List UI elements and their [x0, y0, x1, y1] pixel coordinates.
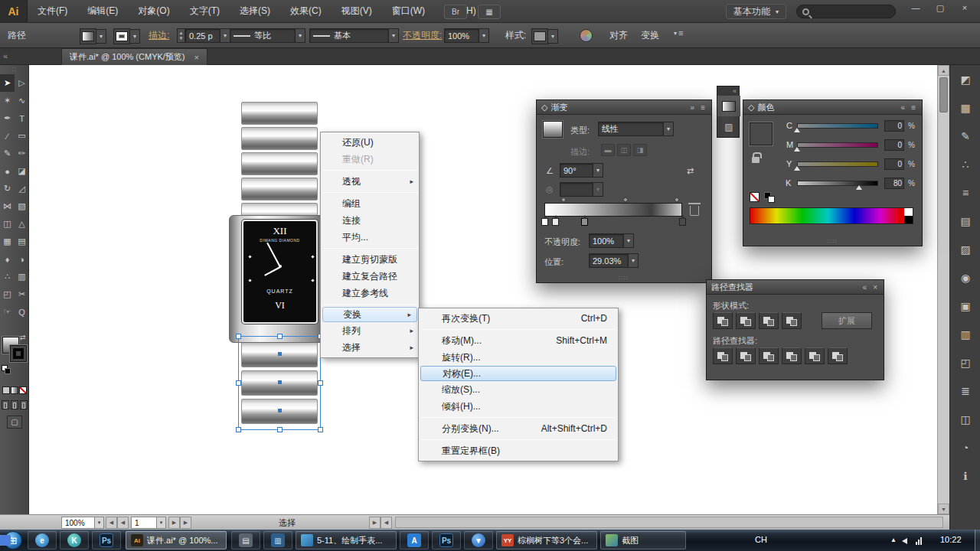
chevron-down-icon[interactable]: ▾: [389, 28, 399, 43]
context-menu-item-select[interactable]: 选择▸: [321, 339, 419, 356]
scale-tool[interactable]: ◿: [15, 180, 29, 197]
channel-c-thumb[interactable]: [794, 128, 800, 132]
context-menu-item-transform[interactable]: 变换▸: [322, 307, 417, 322]
brush-definition-dropdown[interactable]: 基本 ▾: [309, 28, 399, 43]
channel-y-slider[interactable]: [797, 161, 878, 167]
context-menu-item-make-clipping-mask[interactable]: 建立剪切蒙版: [321, 251, 419, 268]
menu-window[interactable]: 窗口(W): [382, 0, 435, 22]
lasso-tool[interactable]: ∿: [15, 92, 29, 109]
chevron-down-icon[interactable]: ▾: [130, 29, 140, 44]
gradient-mode-button[interactable]: [11, 386, 18, 394]
show-hidden-icons[interactable]: ▲: [890, 536, 897, 543]
pathfinder-panel-header[interactable]: 路径查找器 « ×: [707, 280, 884, 295]
align-panel-icon[interactable]: ≣: [950, 377, 980, 405]
chevron-down-icon[interactable]: ▾: [664, 122, 674, 136]
none-mode-button[interactable]: [19, 386, 27, 394]
channel-y-value[interactable]: 0: [884, 158, 904, 170]
collapse-arrows-icon[interactable]: «: [861, 283, 869, 292]
none-swatch[interactable]: [750, 192, 760, 202]
volume-icon[interactable]: [902, 538, 907, 544]
swatches-panel-icon[interactable]: ▦: [950, 93, 980, 122]
menu-select[interactable]: 选择(S): [230, 0, 280, 22]
document-tab[interactable]: 课件.ai* @ 100% (CMYK/预览) ×: [61, 48, 207, 65]
magic-wand-tool[interactable]: ✶: [0, 92, 15, 109]
stroke-swatch-dropdown[interactable]: ▾: [113, 28, 140, 44]
channel-k-slider[interactable]: [797, 181, 878, 186]
collapse-arrows-icon[interactable]: «: [900, 103, 907, 112]
intersect-button[interactable]: [759, 312, 779, 329]
gradient-midpoint[interactable]: [674, 197, 680, 203]
anchor-point[interactable]: [278, 352, 282, 356]
gradient-stop[interactable]: [541, 218, 548, 226]
channel-c-value[interactable]: 0: [884, 120, 904, 132]
toolbar-drag-handle[interactable]: ⁚⁚: [0, 65, 28, 73]
white-swatch[interactable]: [768, 196, 775, 203]
close-button[interactable]: ×: [952, 0, 977, 15]
selection-bounding-box[interactable]: [238, 336, 321, 430]
stroke-across-icon[interactable]: ◨: [633, 144, 647, 156]
gradient-preview-swatch[interactable]: [543, 121, 563, 138]
gradient-tool[interactable]: ▤: [15, 233, 29, 250]
stroke-weight-link[interactable]: 描边:: [149, 28, 169, 43]
spectrum-black-swatch[interactable]: [904, 216, 913, 223]
stroke-weight-value[interactable]: 0.25 p: [185, 28, 220, 43]
channel-k-value[interactable]: 80: [884, 178, 904, 189]
stroke-within-icon[interactable]: ▬: [601, 144, 615, 156]
gradient-stop[interactable]: [679, 218, 686, 226]
submenu-item-shear[interactable]: 倾斜(H)...: [419, 398, 618, 415]
color-spectrum-bar[interactable]: [750, 207, 913, 224]
stroke-weight-control[interactable]: ▲▼ 0.25 p ▾: [177, 28, 230, 43]
menu-object[interactable]: 对象(O): [128, 0, 179, 22]
width-profile-dropdown[interactable]: 等比 ▾: [230, 28, 305, 43]
menu-view[interactable]: 视图(V): [332, 0, 382, 22]
type-tool[interactable]: T: [15, 109, 29, 127]
selection-handle[interactable]: [277, 334, 283, 339]
zoom-value[interactable]: 100%: [61, 517, 95, 529]
search-input[interactable]: [796, 5, 896, 18]
crop-button[interactable]: [782, 347, 802, 364]
tab-close-icon[interactable]: ×: [194, 53, 199, 62]
gradient-stop-selected[interactable]: [581, 218, 588, 226]
band-segment[interactable]: [241, 127, 318, 150]
submenu-item-reset-bounding-box[interactable]: 重置定界框(B): [419, 442, 618, 459]
line-segment-tool[interactable]: ∕: [0, 127, 15, 145]
illustrator-task-button[interactable]: Ai 课件.ai* @ 100%...: [126, 531, 227, 549]
horizontal-scrollbar[interactable]: [395, 517, 943, 528]
tray-icon[interactable]: [0, 535, 11, 546]
selection-handle[interactable]: [236, 380, 241, 386]
selection-handle[interactable]: [236, 334, 241, 339]
panel-close-icon[interactable]: ×: [871, 283, 879, 292]
tab-scroll-left-icon[interactable]: «: [3, 51, 8, 60]
yy-task-button[interactable]: YY 棕榈树下等3个会...: [496, 531, 597, 549]
context-menu-item-join[interactable]: 连接: [321, 212, 419, 229]
exclude-button[interactable]: [782, 312, 802, 329]
submenu-item-transform-again[interactable]: 再次变换(T)Ctrl+D: [419, 310, 618, 327]
column-graph-tool[interactable]: ▥: [15, 268, 29, 285]
zoom-tool[interactable]: Q: [15, 303, 29, 321]
next-artboard-icon[interactable]: ▶: [168, 517, 180, 529]
recolor-artwork-icon[interactable]: [580, 29, 593, 42]
blob-brush-tool[interactable]: ●: [0, 162, 15, 180]
chevron-down-icon[interactable]: ▾: [157, 517, 166, 529]
submenu-item-move[interactable]: 移动(M)...Shift+Ctrl+M: [419, 332, 618, 349]
color-mode-button[interactable]: [2, 386, 10, 394]
scroll-down-icon[interactable]: ▼: [938, 504, 949, 514]
stroke-color-swatch[interactable]: [10, 345, 27, 362]
watch-band-top[interactable]: [241, 102, 318, 228]
context-menu-item-group[interactable]: 编组: [321, 195, 419, 212]
chevron-down-icon[interactable]: ▾: [624, 233, 634, 248]
selection-handle[interactable]: [318, 427, 323, 432]
panel-resize-grip[interactable]: ∷∷: [827, 238, 838, 245]
style-swatch-dropdown[interactable]: ▾: [531, 28, 558, 44]
navigator-panel-icon[interactable]: ◔: [950, 433, 980, 461]
transparency-panel-icon[interactable]: ▨: [950, 235, 980, 263]
watch-face[interactable]: XII DIWANG DIAMOND QUARTZ VI: [242, 220, 318, 324]
artboard-tool[interactable]: ◰: [0, 285, 15, 303]
draw-behind-button[interactable]: [11, 400, 18, 409]
opacity-value[interactable]: 100%: [444, 28, 479, 43]
scroll-right-icon[interactable]: ▶: [369, 517, 381, 529]
draw-normal-button[interactable]: [2, 400, 9, 409]
divide-button[interactable]: [713, 347, 733, 364]
rotate-tool[interactable]: ↻: [0, 180, 15, 197]
opacity-link[interactable]: 不透明度:: [403, 28, 442, 43]
